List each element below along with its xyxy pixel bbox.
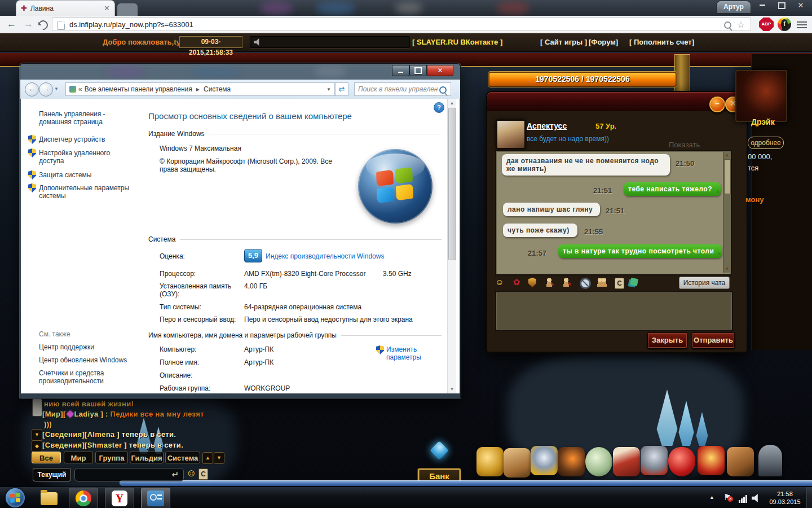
avatar[interactable] [496, 120, 526, 149]
chat-send-button[interactable]: Отправить [692, 332, 735, 348]
scroll-up-button[interactable]: ▲ [202, 452, 213, 464]
flash-plugin-icon[interactable] [778, 17, 791, 31]
address-bar[interactable]: ds.infiplay.ru/play_now.php?s=633001 ☆ [52, 17, 751, 31]
breadcrumb-root[interactable]: Все элементы панели управления [85, 85, 192, 93]
scroll-down-icon[interactable]: ▼ [723, 266, 731, 273]
bag-icon[interactable] [504, 448, 531, 478]
scroll-down-button[interactable]: ▼ [32, 429, 42, 441]
chat-text-input[interactable]: ↵ [74, 468, 184, 481]
winged-helm-icon[interactable] [531, 446, 558, 475]
back-icon[interactable]: ← [7, 19, 16, 30]
breadcrumb-current[interactable]: Система [204, 85, 231, 93]
breadcrumb[interactable]: « Все элементы панели управления ▶ Систе… [65, 82, 335, 96]
chat-title-bar[interactable] [487, 92, 747, 111]
action-center-flag-icon[interactable]: ⚑✕ [723, 492, 731, 502]
forge-icon[interactable] [558, 447, 585, 476]
volume-icon[interactable] [752, 494, 760, 502]
block-user-icon[interactable] [580, 278, 591, 289]
sidebar-item-system-protection[interactable]: Защита системы [39, 171, 129, 179]
browser-profile-button[interactable]: Артур [716, 1, 751, 14]
sidebar-item-advanced-settings[interactable]: Дополнительные параметры системы [39, 184, 132, 200]
chat-close-button[interactable]: Закрыть [647, 332, 687, 348]
link-game-site[interactable]: [ Сайт игры ] [540, 38, 587, 46]
volume-slider[interactable] [250, 36, 410, 48]
scroll-down-button[interactable]: ▼ [214, 452, 224, 464]
link-vk[interactable]: [ SLAYER.RU ВКонтакте ] [412, 38, 502, 46]
window-title-bar[interactable]: ✕ [20, 64, 460, 80]
taskbar-explorer-icon[interactable] [41, 492, 58, 505]
sidebar-item-action-center[interactable]: Центр поддержки [39, 343, 129, 351]
browser-minimize-button[interactable] [753, 0, 771, 11]
recent-pages-chevron-icon[interactable]: ▼ [54, 86, 59, 91]
search-box[interactable] [354, 82, 451, 96]
chat-partner-name[interactable]: Аспектусс [527, 121, 567, 130]
forward-icon[interactable]: → [24, 19, 33, 30]
lion-shield-icon[interactable] [476, 447, 504, 476]
sidebar-item-remote-access[interactable]: Настройка удаленного доступа [39, 149, 123, 165]
mail-icon[interactable] [630, 278, 638, 286]
taskbar-chrome-icon[interactable] [69, 488, 98, 508]
performance-index-link[interactable]: Индекс производительности Windows [266, 252, 384, 260]
search-icon[interactable] [724, 21, 731, 29]
link-top-up[interactable]: [ Пополнить счет] [629, 38, 694, 46]
chat-history-button[interactable]: История чата [679, 277, 730, 289]
chevron-right-icon[interactable]: ▶ [196, 87, 200, 92]
heart-icon[interactable] [668, 447, 695, 476]
sidebar-item-device-manager[interactable]: Диспетчер устройств [39, 135, 129, 143]
sidebar-item-performance[interactable]: Счетчики и средства производительности [39, 369, 123, 385]
details-button[interactable]: одробнее [748, 137, 784, 149]
mirror-orb-icon[interactable] [585, 447, 612, 476]
guild-invite-icon[interactable] [528, 278, 536, 287]
nav-back-icon[interactable]: ← [25, 82, 39, 97]
breadcrumb-dropdown-icon[interactable]: ▼ [326, 87, 331, 92]
url-text[interactable]: ds.infiplay.ru/play_now.php?s=633001 [69, 20, 193, 29]
browser-tab-lavina[interactable]: ✚ Лавина ✕ [16, 0, 115, 16]
chat-scrollbar[interactable]: ▲ ▼ [723, 152, 731, 273]
show-desktop-button[interactable] [806, 487, 812, 508]
chat-scrollbar-thumb[interactable] [32, 398, 42, 417]
adblock-icon[interactable]: ABP [759, 17, 774, 31]
chevron-left-icon[interactable]: « [78, 85, 82, 93]
channel-select-button[interactable]: Текущий [33, 468, 71, 481]
armor-icon[interactable] [641, 446, 668, 475]
help-icon[interactable]: ? [434, 102, 444, 113]
hourglass-icon[interactable]: ◆ [32, 440, 42, 452]
chat-minimize-icon[interactable]: – [709, 97, 725, 112]
sidebar-item-windows-update[interactable]: Центр обновления Windows [39, 356, 135, 364]
new-tab-button[interactable] [117, 3, 138, 16]
dungeon-door-icon[interactable] [758, 445, 782, 476]
scroll-up-icon[interactable]: ▲ [448, 99, 456, 107]
scrollbar-thumb[interactable] [448, 108, 456, 260]
reload-icon[interactable] [37, 19, 50, 32]
bookmark-star-icon[interactable]: ☆ [737, 19, 745, 30]
tray-expand-icon[interactable]: ▲ [709, 494, 714, 500]
copy-chat-icon[interactable]: C [198, 468, 208, 480]
emoticon-icon[interactable]: ☺ [494, 277, 505, 288]
chat-tab-group[interactable]: Группа [95, 452, 128, 463]
network-icon[interactable] [739, 493, 748, 503]
nav-forward-icon[interactable]: → [39, 82, 53, 97]
start-button[interactable] [6, 488, 25, 507]
chat-message-input[interactable] [495, 291, 733, 331]
window-maximize-button[interactable] [409, 65, 427, 76]
menu-icon[interactable] [797, 20, 807, 30]
score-badge[interactable]: 5,9 [244, 249, 262, 262]
change-settings-link[interactable]: Изменить параметры [386, 345, 431, 361]
enter-icon[interactable]: ↵ [171, 470, 179, 480]
scroll-up-icon[interactable]: ▲ [723, 152, 731, 159]
chat-tab-system[interactable]: Система [165, 452, 200, 463]
link-forum[interactable]: [Форум] [589, 38, 618, 46]
chat-tab-all[interactable]: Все [32, 452, 61, 463]
window-minimize-button[interactable] [392, 65, 409, 76]
chat-tab-world[interactable]: Мир [64, 452, 93, 463]
search-input[interactable] [355, 83, 439, 93]
speaker-icon[interactable] [254, 38, 261, 46]
tab-close-icon[interactable]: ✕ [104, 5, 110, 12]
hero-shield-icon[interactable] [698, 446, 725, 475]
player-name[interactable]: Ladiya ] : [74, 410, 108, 418]
browser-close-button[interactable]: ✕ [792, 0, 810, 11]
emoticon-icon[interactable]: ☺ [186, 467, 196, 479]
player-name[interactable]: Shmaster [87, 441, 122, 449]
book-icon[interactable] [613, 447, 640, 476]
window-close-button[interactable]: ✕ [427, 65, 453, 76]
